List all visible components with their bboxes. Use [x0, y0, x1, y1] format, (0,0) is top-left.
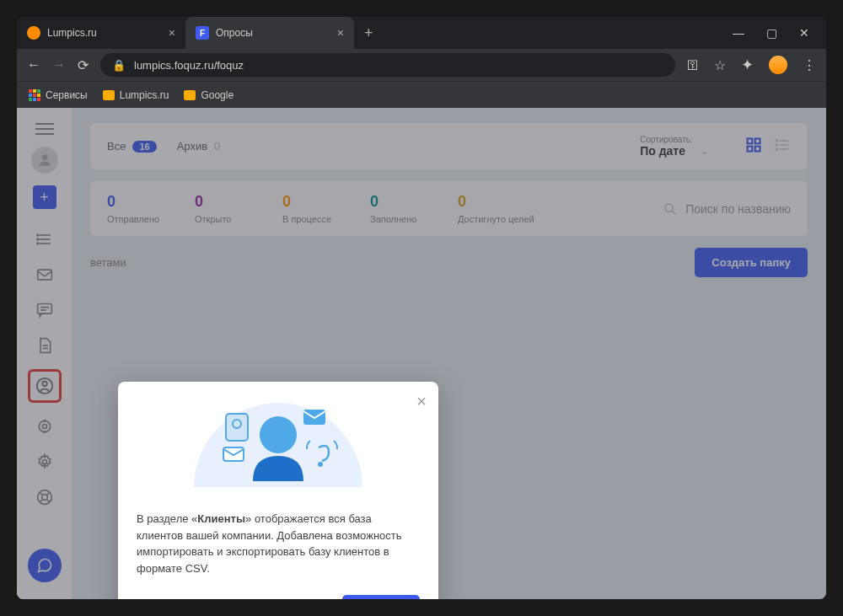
key-icon[interactable]: ⚿	[687, 58, 699, 72]
onboarding-modal: × В разделе	[118, 382, 438, 599]
next-button[interactable]: Дальше	[342, 595, 420, 599]
minimize-icon[interactable]: —	[733, 26, 744, 40]
url-input[interactable]: 🔒 lumpics.foquz.ru/foquz	[100, 53, 675, 77]
svg-rect-8	[37, 98, 40, 101]
bookmark-label: Сервисы	[46, 89, 88, 101]
lock-icon: 🔒	[112, 59, 126, 72]
svg-rect-6	[29, 98, 32, 101]
bookmarks-bar: Сервисы Lumpics.ru Google	[17, 81, 826, 108]
menu-icon[interactable]: ⋮	[803, 57, 816, 73]
apps-button[interactable]: Сервисы	[29, 89, 88, 101]
modal-text: В разделе «Клиенты» отображается вся баз…	[137, 511, 420, 576]
svg-rect-1	[33, 89, 36, 93]
reload-icon[interactable]: ⟳	[78, 57, 89, 73]
bookmark-lumpics[interactable]: Lumpics.ru	[103, 89, 169, 101]
bookmark-label: Google	[201, 89, 234, 101]
svg-rect-7	[33, 98, 36, 101]
svg-rect-0	[29, 89, 32, 93]
svg-rect-5	[37, 94, 40, 97]
svg-rect-3	[29, 94, 32, 97]
browser-tab-foquz[interactable]: F Опросы ×	[185, 17, 354, 49]
address-bar: ← → ⟳ 🔒 lumpics.foquz.ru/foquz ⚿ ☆ ✦ ⋮	[17, 49, 826, 81]
folder-icon	[184, 90, 196, 100]
close-tab-icon[interactable]: ×	[337, 26, 344, 40]
maximize-icon[interactable]: ▢	[766, 26, 777, 40]
tab-title: Lumpics.ru	[47, 27, 97, 39]
browser-tabbar: Lumpics.ru × F Опросы × + — ▢ ✕	[17, 17, 826, 49]
browser-tab-lumpics[interactable]: Lumpics.ru ×	[17, 17, 185, 49]
folder-icon	[103, 90, 115, 100]
tab-title: Опросы	[216, 27, 253, 39]
forward-icon[interactable]: →	[52, 57, 66, 72]
bookmark-google[interactable]: Google	[184, 89, 234, 101]
back-icon[interactable]: ←	[27, 57, 40, 72]
extensions-icon[interactable]: ✦	[741, 56, 754, 74]
profile-avatar[interactable]	[769, 56, 787, 74]
svg-rect-2	[37, 89, 40, 93]
favicon-icon: F	[196, 26, 209, 40]
bookmark-label: Lumpics.ru	[120, 89, 169, 101]
close-window-icon[interactable]: ✕	[799, 26, 809, 40]
new-tab-button[interactable]: +	[354, 17, 384, 49]
close-tab-icon[interactable]: ×	[169, 26, 175, 40]
url-text: lumpics.foquz.ru/foquz	[134, 59, 244, 72]
svg-point-52	[318, 462, 323, 467]
star-icon[interactable]: ☆	[714, 57, 726, 73]
favicon-icon	[27, 26, 40, 40]
modal-illustration	[137, 382, 420, 495]
svg-point-47	[260, 416, 297, 453]
svg-rect-4	[33, 94, 36, 97]
